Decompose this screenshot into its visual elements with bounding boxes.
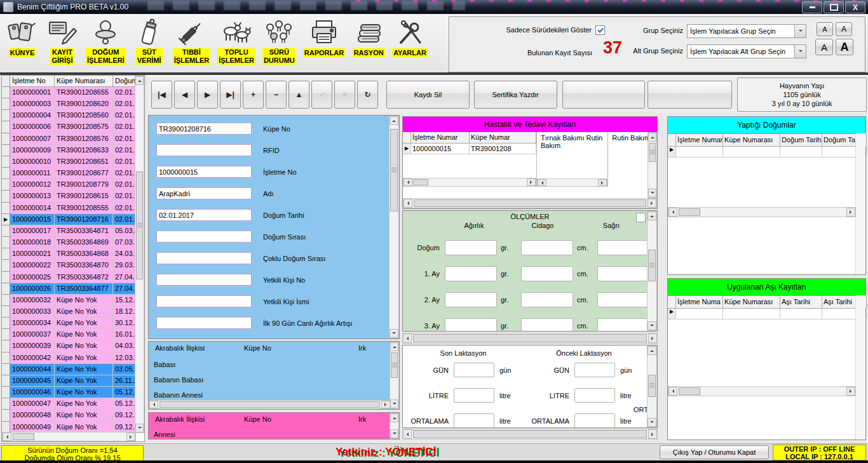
weight-input[interactable]	[445, 240, 497, 255]
measurements-option-box[interactable]	[636, 213, 646, 222]
lactation-horizontal-scrollbar[interactable]	[402, 429, 658, 440]
table-row[interactable]: 1000000026 TR35003364877 27.04.20	[2, 283, 144, 295]
row-selector-cell[interactable]	[2, 87, 10, 98]
row-selector-cell[interactable]	[2, 283, 10, 295]
row-selector-cell[interactable]	[2, 318, 10, 329]
font-size-button-1[interactable]: A	[817, 22, 833, 36]
font-size-button-2[interactable]: A	[836, 22, 852, 36]
lactation-value-input[interactable]	[454, 363, 494, 377]
form-field-input[interactable]	[156, 317, 252, 329]
scroll-right-button[interactable]	[126, 433, 135, 441]
measurements-vertical-scrollbar[interactable]	[647, 211, 657, 331]
row-selector-cell[interactable]	[2, 306, 10, 318]
row-selector-cell[interactable]	[2, 191, 10, 202]
scrollbar-thumb[interactable]	[159, 401, 380, 408]
table-row[interactable]: 1000000011 TR39001208677 02.01.20	[2, 168, 144, 179]
column-header[interactable]: İşletme Numa	[676, 296, 723, 309]
row-selector-cell[interactable]	[2, 398, 10, 410]
row-selector-cell[interactable]	[2, 410, 10, 421]
close-button[interactable]: X	[845, 1, 865, 13]
table-row[interactable]: 1000000033 Küpe No Yok 18.12.20	[2, 306, 144, 318]
scrollbar-thumb[interactable]	[414, 199, 646, 207]
cidago-input[interactable]	[521, 292, 573, 307]
restore-button[interactable]	[824, 1, 844, 13]
column-header[interactable]: İşletme Numar	[411, 132, 470, 144]
row-selector-cell[interactable]	[2, 168, 10, 179]
scrollbar-thumb[interactable]	[649, 143, 656, 162]
table-row[interactable]: 1000000014 TR39001208555 02.01.20	[2, 203, 144, 214]
form-field-input[interactable]	[156, 274, 252, 286]
record-nav-button[interactable]: |◀	[151, 81, 172, 109]
scroll-up-button[interactable]	[390, 116, 398, 125]
record-nav-button[interactable]: ✓	[311, 81, 332, 109]
row-selector-cell[interactable]: ▶	[2, 214, 10, 225]
empty-action-button-1[interactable]	[562, 81, 646, 109]
column-header[interactable]: Küpe Numarası	[723, 296, 780, 309]
row-selector-cell[interactable]	[2, 375, 10, 387]
table-row[interactable]: 1000000010 TR39001208651 02.01.20	[2, 156, 144, 168]
row-selector-cell[interactable]	[2, 156, 10, 168]
column-header-isletme-no[interactable]: İşletme No	[10, 76, 55, 87]
scrollbar-thumb[interactable]	[413, 430, 647, 438]
scroll-right-button[interactable]	[846, 387, 855, 396]
row-selector-cell[interactable]	[2, 364, 10, 375]
measurements-horizontal-scrollbar[interactable]	[402, 333, 658, 344]
table-row[interactable]: 1000000045 Küpe No Yok 26.11.20	[2, 375, 144, 387]
column-header[interactable]: Doğum Tarihi	[780, 134, 822, 147]
subgroup-select[interactable]: İşlem Yapılacak Alt Grup Seçin	[687, 44, 806, 58]
table-row[interactable]: 1000000044 Küpe No Yok 03.05.20	[2, 364, 144, 375]
group-select[interactable]: İşlem Yapılacak Grup Seçin	[687, 24, 806, 38]
form-field-input[interactable]	[156, 123, 252, 135]
paternal-horizontal-scrollbar[interactable]	[149, 400, 391, 409]
panel-scroll-track[interactable]	[855, 133, 865, 274]
row-selector-cell[interactable]	[2, 179, 10, 191]
table-row[interactable]: 1000000017 TR35003364871 05.03.20	[2, 225, 144, 237]
weight-input[interactable]	[445, 318, 497, 332]
scroll-up-button[interactable]	[648, 133, 656, 142]
column-header-kupe-numarasi[interactable]: Küpe Numarası	[55, 76, 113, 87]
row-selector-cell[interactable]	[2, 110, 10, 121]
health-horizontal-scrollbar[interactable]	[403, 198, 657, 208]
table-horizontal-scrollbar[interactable]	[2, 432, 136, 441]
memo-scrollbar[interactable]	[537, 178, 607, 187]
row-selector-cell[interactable]	[2, 272, 10, 283]
scrollbar-thumb[interactable]	[648, 375, 656, 397]
record-nav-button[interactable]: ↻	[357, 81, 378, 109]
form-field-input[interactable]	[156, 252, 252, 264]
record-nav-button[interactable]: ✕	[334, 81, 355, 109]
column-header[interactable]: Aşı Tarihi	[780, 296, 822, 309]
table-vertical-scrollbar[interactable]	[135, 76, 144, 433]
row-selector-cell[interactable]	[2, 260, 10, 271]
toolbar-button-raporlar[interactable]: RAPORLAR	[301, 17, 347, 57]
scrollbar-thumb[interactable]	[136, 171, 143, 279]
row-selector-cell[interactable]	[2, 98, 10, 110]
scroll-right-button[interactable]	[648, 429, 657, 439]
row-selector-cell[interactable]	[2, 352, 10, 364]
sagri-input[interactable]	[597, 318, 649, 332]
scroll-left-button[interactable]	[149, 401, 158, 408]
sagri-input[interactable]	[597, 240, 649, 255]
scroll-down-button[interactable]	[390, 329, 398, 338]
scroll-up-button[interactable]	[648, 346, 656, 355]
table-row[interactable]: 1000000001 TR39001208655 02.01.20	[2, 87, 144, 98]
table-row[interactable]: 1000000004 TR39001208560 02.01.20	[2, 110, 144, 121]
lactation-value-input[interactable]	[574, 388, 615, 403]
table-row[interactable]: 1000000003 TR39001208620 02.01.20	[2, 98, 144, 110]
scroll-down-button[interactable]	[390, 399, 398, 408]
column-header[interactable]: İşletme Numara	[676, 134, 723, 147]
weight-input[interactable]	[445, 266, 497, 281]
scrollbar-thumb[interactable]	[679, 387, 700, 395]
row-selector-cell[interactable]	[2, 237, 10, 248]
toolbar-button-sut-verimi[interactable]: SÜT VERİMİ	[131, 17, 168, 65]
row-selector-cell[interactable]	[2, 225, 10, 237]
table-row[interactable]: 1000000006 TR39001208575 02.01.20	[2, 121, 144, 133]
scroll-down-button[interactable]	[648, 321, 656, 330]
print-certificate-button[interactable]: Sertifika Yazdır	[474, 81, 557, 109]
scrollbar-thumb[interactable]	[13, 433, 34, 440]
toolbar-button-toplu-islemler[interactable]: TOPLU İŞLEMLER	[215, 17, 257, 65]
table-row[interactable]: 1000000049 Küpe No Yok 09.12.20	[2, 422, 144, 433]
scrollbar-thumb[interactable]	[679, 208, 700, 216]
row-selector-cell[interactable]	[2, 295, 10, 306]
scroll-left-button[interactable]	[403, 199, 412, 208]
row-selector-cell[interactable]	[2, 121, 10, 133]
